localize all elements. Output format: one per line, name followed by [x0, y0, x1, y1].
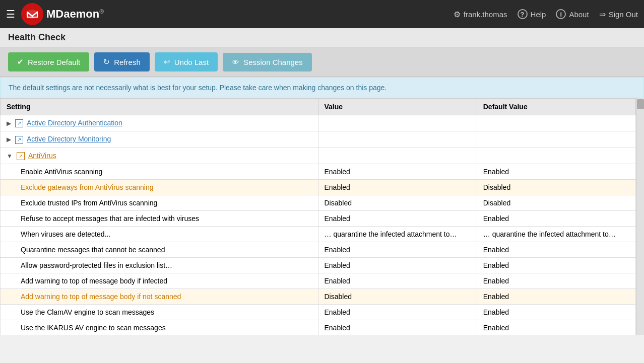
page-title-bar: Health Check [0, 28, 644, 47]
info-banner-text: The default settings are not necessarily… [9, 84, 387, 92]
settings-table: Setting Value Default Value ▶ ↗ Active D… [0, 98, 636, 335]
value-cell [318, 148, 477, 164]
table-row: ▼ ↗ AntiVirus [1, 148, 636, 164]
nav-help-label: Help [531, 10, 546, 19]
nav-user-label: frank.thomas [464, 10, 507, 19]
setting-cell: ▶ ↗ Active Directory Monitoring [1, 131, 318, 148]
table-row: Exclude gateways from AntiVirus scanning… [1, 179, 636, 195]
setting-cell: When viruses are detected... [1, 226, 318, 242]
value-cell: Enabled [318, 304, 477, 320]
setting-cell: Allow password-protected files in exclus… [1, 257, 318, 273]
table-row: Quarantine messages that cannot be scann… [1, 242, 636, 257]
table-row: Use the ClamAV engine to scan messages E… [1, 304, 636, 320]
default-cell: Enabled [477, 320, 635, 335]
nav-signout[interactable]: ⇒ Sign Out [599, 10, 638, 19]
default-cell: Enabled [477, 304, 635, 320]
session-changes-button[interactable]: 👁 Session Changes [223, 53, 312, 71]
table-row: Add warning to top of message body if in… [1, 273, 636, 288]
logo-text: MDaemon® [46, 8, 104, 21]
restore-default-button[interactable]: ✔ Restore Default [8, 52, 89, 71]
setting-cell: Use the IKARUS AV engine to scan message… [1, 320, 318, 335]
expand-icon[interactable]: ▶ [7, 120, 11, 127]
session-changes-label: Session Changes [243, 58, 303, 66]
table-row: Exclude trusted IPs from AntiVirus scann… [1, 195, 636, 210]
value-cell: Enabled [318, 273, 477, 288]
nav-user[interactable]: ⚙ frank.thomas [454, 10, 507, 19]
app-logo: MDaemon® [21, 3, 104, 25]
value-cell: Enabled [318, 242, 477, 257]
default-cell: Enabled [477, 257, 635, 273]
setting-cell: Enable AntiVirus scanning [1, 164, 318, 179]
setting-cell: Exclude gateways from AntiVirus scanning [1, 179, 318, 195]
setting-cell: Add warning to top of message body if in… [1, 273, 318, 288]
value-cell: Enabled [318, 320, 477, 335]
default-cell [477, 131, 635, 148]
scrollbar[interactable] [636, 98, 644, 335]
refresh-button[interactable]: ↻ Refresh [94, 52, 150, 71]
default-cell: … quarantine the infected attachment to… [477, 226, 635, 242]
nav-signout-label: Sign Out [609, 10, 638, 19]
table-row: Add warning to top of message body if no… [1, 288, 636, 304]
default-cell: Enabled [477, 288, 635, 304]
value-cell: Enabled [318, 164, 477, 179]
about-icon: i [556, 9, 566, 19]
nav-about[interactable]: i About [556, 9, 589, 19]
logo-icon [21, 3, 43, 25]
table-row: Enable AntiVirus scanning Enabled Enable… [1, 164, 636, 179]
session-changes-icon: 👁 [232, 58, 239, 66]
undo-last-label: Undo Last [174, 58, 209, 66]
restore-default-label: Restore Default [28, 58, 80, 66]
refresh-label: Refresh [114, 58, 141, 66]
default-cell: Enabled [477, 164, 635, 179]
value-cell: Enabled [318, 179, 477, 195]
external-link-icon[interactable]: ↗ [15, 136, 23, 144]
signout-icon: ⇒ [599, 10, 606, 19]
undo-last-button[interactable]: ↩ Undo Last [155, 52, 218, 71]
default-cell [477, 115, 635, 131]
setting-cell: Quarantine messages that cannot be scann… [1, 242, 318, 257]
logo-reg: ® [99, 8, 104, 15]
value-cell: Enabled [318, 257, 477, 273]
info-banner: The default settings are not necessarily… [0, 77, 644, 98]
table-row: ▶ ↗ Active Directory Authentication [1, 115, 636, 131]
toolbar: ✔ Restore Default ↻ Refresh ↩ Undo Last … [0, 47, 644, 77]
nav-help[interactable]: ? Help [518, 9, 546, 19]
collapse-icon[interactable]: ▼ [7, 153, 13, 160]
value-cell [318, 131, 477, 148]
refresh-icon: ↻ [103, 57, 110, 66]
value-cell: Disabled [318, 195, 477, 210]
menu-icon[interactable]: ☰ [6, 8, 15, 20]
section-link[interactable]: Active Directory Monitoring [27, 135, 111, 143]
default-cell: Enabled [477, 242, 635, 257]
section-link[interactable]: Active Directory Authentication [27, 119, 122, 127]
setting-cell: Refuse to accept messages that are infec… [1, 210, 318, 226]
value-cell: … quarantine the infected attachment to… [318, 226, 477, 242]
setting-cell: Add warning to top of message body if no… [1, 288, 318, 304]
col-header-default: Default Value [477, 99, 635, 115]
table-row: When viruses are detected... … quarantin… [1, 226, 636, 242]
header-nav: ⚙ frank.thomas ? Help i About ⇒ Sign Out [454, 9, 638, 19]
value-cell: Disabled [318, 288, 477, 304]
default-cell: Enabled [477, 210, 635, 226]
expand-icon[interactable]: ▶ [7, 136, 11, 143]
table-row: ▶ ↗ Active Directory Monitoring [1, 131, 636, 148]
scrollbar-thumb[interactable] [637, 99, 644, 109]
section-link-orange[interactable]: AntiVirus [28, 152, 56, 160]
col-header-value: Value [318, 99, 477, 115]
undo-last-icon: ↩ [164, 57, 170, 66]
setting-cell: Use the ClamAV engine to scan messages [1, 304, 318, 320]
external-link-icon[interactable]: ↗ [15, 119, 23, 127]
default-cell: Disabled [477, 195, 635, 210]
page-title: Health Check [8, 32, 636, 43]
setting-cell: ▶ ↗ Active Directory Authentication [1, 115, 318, 131]
help-icon: ? [518, 9, 528, 19]
nav-about-label: About [569, 10, 589, 19]
app-header: ☰ MDaemon® ⚙ frank.thomas ? Help i About… [0, 0, 644, 28]
table-row: Use the IKARUS AV engine to scan message… [1, 320, 636, 335]
setting-cell: Exclude trusted IPs from AntiVirus scann… [1, 195, 318, 210]
value-cell: Enabled [318, 210, 477, 226]
external-link-icon[interactable]: ↗ [17, 152, 25, 160]
table-row: Refuse to accept messages that are infec… [1, 210, 636, 226]
setting-text: Refuse to accept messages that are infec… [21, 214, 199, 223]
default-cell: Enabled [477, 273, 635, 288]
